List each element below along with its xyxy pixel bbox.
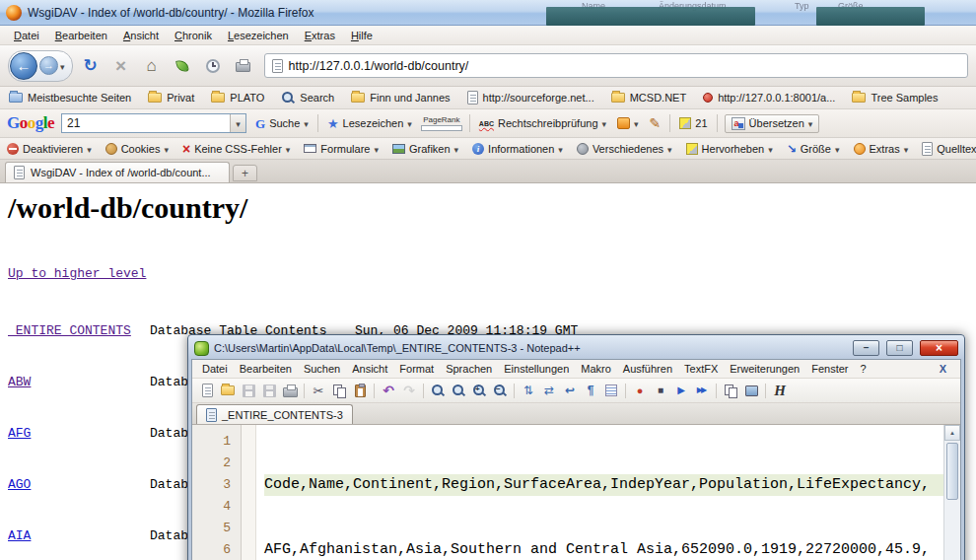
show-all-characters-icon[interactable]	[582, 382, 599, 399]
paste-icon[interactable]	[351, 382, 369, 399]
menu-chronik[interactable]: Chronik	[167, 28, 220, 43]
run-macro-multiple-icon[interactable]	[693, 382, 711, 399]
record-link[interactable]: AGO	[8, 474, 150, 496]
np-menu-erweiterungen[interactable]: Erweiterungen	[724, 361, 805, 377]
np-menu-makro[interactable]: Makro	[575, 361, 617, 377]
record-link[interactable]: ABW	[8, 372, 150, 393]
spellcheck-button[interactable]: ABCRechtschreibprüfung	[477, 115, 608, 131]
zoom-out-icon[interactable]: −	[491, 382, 509, 399]
google-lesezeichen-button[interactable]: Lesezeichen	[325, 115, 414, 132]
np-menu-bearbeiten[interactable]: Bearbeiten	[234, 361, 298, 377]
webdev-formulare[interactable]: Formulare	[304, 143, 379, 155]
bookmark-127-0-0-1-8001[interactable]: http://127.0.0.1:8001/a...	[703, 92, 835, 104]
open-folder-icon[interactable]	[219, 382, 237, 399]
sync-scroll-horizontal-icon[interactable]	[540, 382, 558, 399]
save-all-icon[interactable]	[260, 382, 278, 399]
record-link[interactable]: AFG	[8, 423, 150, 445]
np-menu-textfx[interactable]: TextFX	[678, 361, 724, 377]
sync-scroll-vertical-icon[interactable]	[520, 382, 537, 399]
stop-macro-icon[interactable]	[652, 382, 669, 399]
scrollbar-thumb[interactable]	[946, 443, 958, 500]
menu-extras[interactable]: Extras	[297, 28, 343, 43]
menu-lesezeichen[interactable]: Lesezeichen	[220, 28, 297, 43]
bookmark-meistbesuchte-seiten[interactable]: Meistbesuchte Seiten	[9, 92, 131, 104]
entire-contents-link[interactable]: ENTIRE CONTENTS	[8, 320, 150, 342]
editor-vertical-scrollbar[interactable]	[943, 425, 960, 560]
google-suche-button[interactable]: Suche	[253, 115, 311, 132]
new-file-icon[interactable]	[198, 382, 216, 399]
webdev-hervorheben[interactable]: Hervorheben	[686, 143, 773, 155]
bookmark-tree-samples[interactable]: Tree Samples	[852, 92, 938, 104]
autofill-button[interactable]	[615, 115, 641, 131]
np-menu-ansicht[interactable]: Ansicht	[346, 361, 393, 377]
zoom-in-icon[interactable]: +	[470, 382, 488, 399]
redo-icon[interactable]	[400, 382, 418, 399]
up-to-higher-level-link[interactable]: Up to higher level	[8, 266, 146, 281]
url-bar[interactable]: http://127.0.0.1/world-db/country/	[264, 53, 968, 78]
webdev-informationen[interactable]: Informationen	[472, 143, 563, 155]
document-monitor-icon[interactable]	[742, 382, 760, 399]
webdev-verschiedenes[interactable]: Verschiedenes	[577, 143, 672, 155]
search-history-dropdown[interactable]	[230, 114, 245, 132]
bookmark-finn-und-jannes[interactable]: Finn und Jannes	[351, 92, 450, 104]
feed-button[interactable]	[170, 53, 195, 79]
close-document-button[interactable]: X	[930, 363, 956, 375]
history-dropdown-icon[interactable]	[60, 60, 65, 72]
uebersetzen-button[interactable]: Übersetzen	[725, 114, 820, 133]
google-search-input[interactable]: 21	[61, 113, 246, 133]
webdev-css-fehler[interactable]: Keine CSS-Fehler	[182, 142, 290, 156]
np-menu-ausfuehren[interactable]: Ausführen	[617, 361, 678, 377]
textfx-html-icon[interactable]	[771, 382, 789, 399]
np-menu-sprachen[interactable]: Sprachen	[440, 361, 498, 377]
code-area[interactable]: Code,Name,Continent,Region,SurfaceArea,I…	[256, 425, 960, 560]
minimize-button[interactable]	[853, 340, 879, 356]
new-tab-button[interactable]: +	[233, 165, 257, 181]
np-menu-einstellungen[interactable]: Einstellungen	[498, 361, 575, 377]
webdev-groesse[interactable]: Größe	[787, 143, 840, 155]
close-button[interactable]	[920, 340, 958, 356]
firefox-titlebar[interactable]: WsgiDAV - Index of /world-db/country/ - …	[0, 0, 976, 26]
forward-button[interactable]	[39, 56, 58, 75]
menu-ansicht[interactable]: Ansicht	[115, 28, 167, 43]
save-icon[interactable]	[240, 382, 257, 399]
np-menu-format[interactable]: Format	[393, 361, 440, 377]
tab-wsgidav-index[interactable]: WsgiDAV - Index of /world-db/count...	[5, 162, 230, 182]
history-button[interactable]	[200, 53, 226, 79]
np-menu-suchen[interactable]: Suchen	[298, 361, 346, 377]
webdev-quelltext[interactable]: Quelltext	[922, 142, 976, 156]
stop-button[interactable]	[108, 53, 134, 79]
print-button[interactable]	[231, 53, 256, 79]
reload-button[interactable]	[78, 53, 104, 79]
record-macro-icon[interactable]	[631, 382, 649, 399]
bookmark-privat[interactable]: Privat	[148, 92, 194, 104]
np-menu-datei[interactable]: Datei	[196, 361, 234, 377]
np-menu-hilfe[interactable]: ?	[854, 361, 871, 377]
menu-bearbeiten[interactable]: Bearbeiten	[47, 28, 115, 43]
edit-button[interactable]	[648, 114, 663, 132]
pagerank-indicator[interactable]: PageRank	[421, 115, 462, 131]
highlight-term-button[interactable]: 21	[677, 115, 709, 131]
record-link[interactable]: AIA	[8, 525, 150, 547]
webdev-cookies[interactable]: Cookies	[105, 143, 169, 155]
print-icon[interactable]	[281, 382, 299, 399]
replace-icon[interactable]	[450, 382, 467, 399]
doc-switcher-icon[interactable]	[722, 382, 739, 399]
np-menu-fenster[interactable]: Fenster	[805, 361, 854, 377]
menu-hilfe[interactable]: Hilfe	[343, 28, 381, 43]
bookmark-plato[interactable]: PLATO	[211, 92, 264, 104]
menu-datei[interactable]: Datei	[6, 28, 47, 43]
back-button[interactable]	[10, 52, 37, 80]
bookmark-mcsd-net[interactable]: MCSD.NET	[611, 92, 686, 104]
webdev-deaktivieren[interactable]: Deaktivieren	[7, 143, 92, 155]
bookmark-search[interactable]: Search	[281, 91, 334, 105]
play-macro-icon[interactable]	[672, 382, 690, 399]
scroll-up-button[interactable]	[944, 425, 960, 441]
find-icon[interactable]	[429, 382, 447, 399]
home-button[interactable]	[139, 53, 165, 79]
webdev-extras[interactable]: Extras	[854, 143, 909, 155]
indent-guide-icon[interactable]	[602, 382, 620, 399]
document-tab[interactable]: _ENTIRE_CONTENTS-3	[196, 404, 353, 424]
notepad-titlebar[interactable]: C:\Users\Martin\AppData\Local\Temp\_ENTI…	[191, 337, 961, 359]
cut-icon[interactable]	[310, 382, 327, 399]
webdev-grafiken[interactable]: Grafiken	[392, 143, 458, 155]
